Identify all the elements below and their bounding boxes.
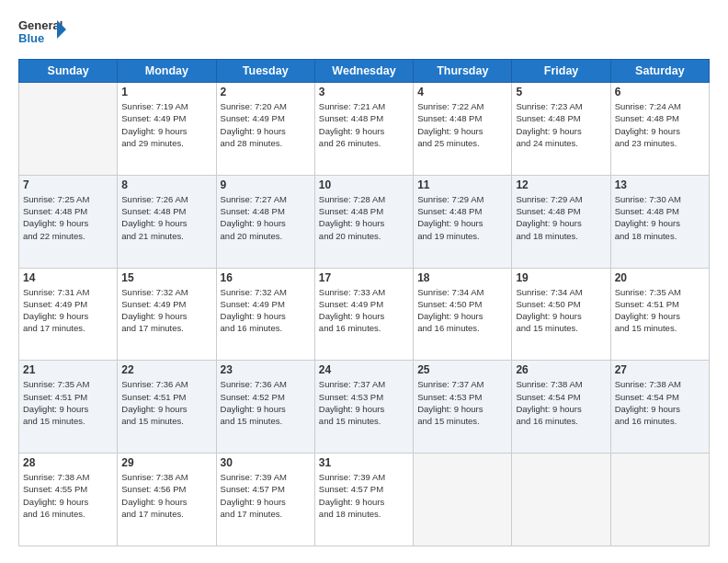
cell-content: Sunrise: 7:34 AMSunset: 4:50 PMDaylight:… [516,286,606,335]
day-number: 13 [615,178,705,191]
calendar-cell: 8Sunrise: 7:26 AMSunset: 4:48 PMDaylight… [118,175,216,268]
calendar-cell: 6Sunrise: 7:24 AMSunset: 4:48 PMDaylight… [610,83,709,176]
calendar-week-row: 21Sunrise: 7:35 AMSunset: 4:51 PMDayligh… [19,361,710,454]
day-number: 28 [23,456,113,469]
day-number: 1 [121,86,211,98]
calendar-cell: 17Sunrise: 7:33 AMSunset: 4:49 PMDayligh… [314,268,413,361]
cell-content: Sunrise: 7:38 AMSunset: 4:56 PMDaylight:… [121,471,211,520]
cell-content: Sunrise: 7:35 AMSunset: 4:51 PMDaylight:… [23,378,113,427]
day-header-tuesday: Tuesday [216,60,314,83]
cell-content: Sunrise: 7:20 AMSunset: 4:49 PMDaylight:… [221,100,311,149]
cell-content: Sunrise: 7:38 AMSunset: 4:54 PMDaylight:… [516,378,606,427]
cell-content: Sunrise: 7:31 AMSunset: 4:49 PMDaylight:… [23,286,113,335]
calendar-cell: 24Sunrise: 7:37 AMSunset: 4:53 PMDayligh… [314,361,413,454]
day-number: 16 [221,271,311,284]
calendar-week-row: 28Sunrise: 7:38 AMSunset: 4:55 PMDayligh… [19,454,710,546]
cell-content: Sunrise: 7:38 AMSunset: 4:54 PMDaylight:… [615,378,705,427]
day-number: 2 [221,86,311,98]
cell-content: Sunrise: 7:29 AMSunset: 4:48 PMDaylight:… [417,193,507,242]
calendar-header-row: SundayMondayTuesdayWednesdayThursdayFrid… [19,60,710,83]
day-number: 26 [516,363,606,376]
cell-content: Sunrise: 7:36 AMSunset: 4:52 PMDaylight:… [221,378,311,427]
calendar-cell [610,454,709,546]
calendar-cell: 20Sunrise: 7:35 AMSunset: 4:51 PMDayligh… [610,268,709,361]
calendar-cell: 9Sunrise: 7:27 AMSunset: 4:48 PMDaylight… [216,175,314,268]
calendar: SundayMondayTuesdayWednesdayThursdayFrid… [18,59,710,546]
calendar-cell: 14Sunrise: 7:31 AMSunset: 4:49 PMDayligh… [19,268,118,361]
day-number: 15 [121,271,211,284]
day-number: 8 [121,178,211,191]
cell-content: Sunrise: 7:29 AMSunset: 4:48 PMDaylight:… [516,193,606,242]
day-header-wednesday: Wednesday [314,60,413,83]
calendar-cell: 31Sunrise: 7:39 AMSunset: 4:57 PMDayligh… [314,454,413,546]
day-number: 6 [615,86,705,98]
day-number: 23 [221,363,311,376]
day-number: 31 [319,456,409,469]
header: GeneralBlue [18,17,710,50]
cell-content: Sunrise: 7:25 AMSunset: 4:48 PMDaylight:… [23,193,113,242]
day-number: 9 [221,178,311,191]
cell-content: Sunrise: 7:22 AMSunset: 4:48 PMDaylight:… [417,100,507,149]
day-number: 11 [417,178,507,191]
cell-content: Sunrise: 7:38 AMSunset: 4:55 PMDaylight:… [23,471,113,520]
calendar-cell: 12Sunrise: 7:29 AMSunset: 4:48 PMDayligh… [512,175,610,268]
day-number: 22 [121,363,211,376]
calendar-cell: 23Sunrise: 7:36 AMSunset: 4:52 PMDayligh… [216,361,314,454]
calendar-cell: 26Sunrise: 7:38 AMSunset: 4:54 PMDayligh… [512,361,610,454]
calendar-cell: 10Sunrise: 7:28 AMSunset: 4:48 PMDayligh… [314,175,413,268]
calendar-cell: 13Sunrise: 7:30 AMSunset: 4:48 PMDayligh… [610,175,709,268]
calendar-cell: 4Sunrise: 7:22 AMSunset: 4:48 PMDaylight… [414,83,512,176]
calendar-cell: 28Sunrise: 7:38 AMSunset: 4:55 PMDayligh… [19,454,118,546]
calendar-cell: 25Sunrise: 7:37 AMSunset: 4:53 PMDayligh… [414,361,512,454]
day-header-thursday: Thursday [414,60,512,83]
cell-content: Sunrise: 7:33 AMSunset: 4:49 PMDaylight:… [319,286,409,335]
day-number: 14 [23,271,113,284]
cell-content: Sunrise: 7:32 AMSunset: 4:49 PMDaylight:… [221,286,311,335]
calendar-cell [512,454,610,546]
cell-content: Sunrise: 7:37 AMSunset: 4:53 PMDaylight:… [417,378,507,427]
day-number: 17 [319,271,409,284]
calendar-cell: 19Sunrise: 7:34 AMSunset: 4:50 PMDayligh… [512,268,610,361]
day-number: 24 [319,363,409,376]
calendar-cell: 11Sunrise: 7:29 AMSunset: 4:48 PMDayligh… [414,175,512,268]
calendar-cell: 18Sunrise: 7:34 AMSunset: 4:50 PMDayligh… [414,268,512,361]
cell-content: Sunrise: 7:23 AMSunset: 4:48 PMDaylight:… [516,100,606,149]
cell-content: Sunrise: 7:27 AMSunset: 4:48 PMDaylight:… [221,193,311,242]
calendar-cell: 15Sunrise: 7:32 AMSunset: 4:49 PMDayligh… [118,268,216,361]
calendar-week-row: 1Sunrise: 7:19 AMSunset: 4:49 PMDaylight… [19,83,710,176]
day-number: 25 [417,363,507,376]
day-number: 7 [23,178,113,191]
calendar-cell: 1Sunrise: 7:19 AMSunset: 4:49 PMDaylight… [118,83,216,176]
calendar-cell: 5Sunrise: 7:23 AMSunset: 4:48 PMDaylight… [512,83,610,176]
day-number: 12 [516,178,606,191]
svg-text:Blue: Blue [18,31,44,45]
cell-content: Sunrise: 7:36 AMSunset: 4:51 PMDaylight:… [121,378,211,427]
calendar-cell: 27Sunrise: 7:38 AMSunset: 4:54 PMDayligh… [610,361,709,454]
logo-svg: GeneralBlue [18,17,66,50]
calendar-cell [19,83,118,176]
calendar-week-row: 14Sunrise: 7:31 AMSunset: 4:49 PMDayligh… [19,268,710,361]
cell-content: Sunrise: 7:35 AMSunset: 4:51 PMDaylight:… [615,286,705,335]
calendar-cell: 22Sunrise: 7:36 AMSunset: 4:51 PMDayligh… [118,361,216,454]
day-header-friday: Friday [512,60,610,83]
day-number: 19 [516,271,606,284]
day-number: 20 [615,271,705,284]
cell-content: Sunrise: 7:19 AMSunset: 4:49 PMDaylight:… [121,100,211,149]
day-number: 21 [23,363,113,376]
cell-content: Sunrise: 7:21 AMSunset: 4:48 PMDaylight:… [319,100,409,149]
cell-content: Sunrise: 7:34 AMSunset: 4:50 PMDaylight:… [417,286,507,335]
cell-content: Sunrise: 7:24 AMSunset: 4:48 PMDaylight:… [615,100,705,149]
cell-content: Sunrise: 7:39 AMSunset: 4:57 PMDaylight:… [319,471,409,520]
page: GeneralBlue SundayMondayTuesdayWednesday… [0,0,728,563]
calendar-cell: 2Sunrise: 7:20 AMSunset: 4:49 PMDaylight… [216,83,314,176]
day-header-saturday: Saturday [610,60,709,83]
cell-content: Sunrise: 7:28 AMSunset: 4:48 PMDaylight:… [319,193,409,242]
cell-content: Sunrise: 7:32 AMSunset: 4:49 PMDaylight:… [121,286,211,335]
day-number: 29 [121,456,211,469]
day-number: 27 [615,363,705,376]
calendar-cell [414,454,512,546]
day-number: 5 [516,86,606,98]
calendar-cell: 21Sunrise: 7:35 AMSunset: 4:51 PMDayligh… [19,361,118,454]
day-number: 10 [319,178,409,191]
calendar-cell: 16Sunrise: 7:32 AMSunset: 4:49 PMDayligh… [216,268,314,361]
